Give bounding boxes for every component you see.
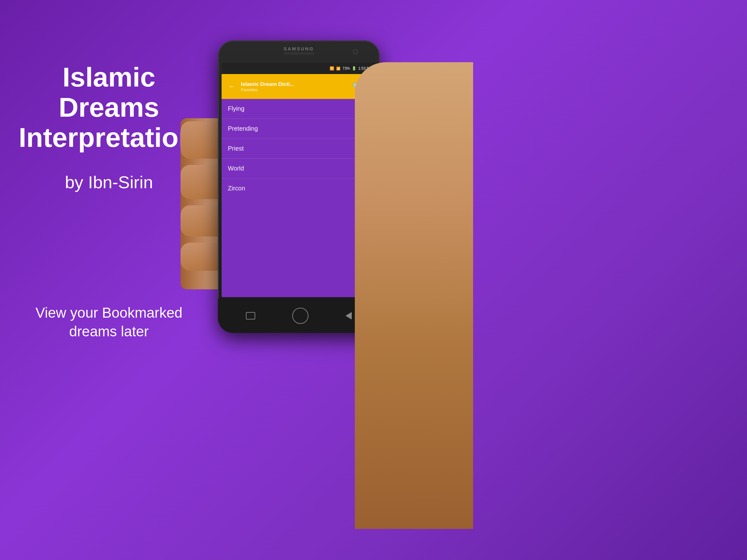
- nav-home-button[interactable]: [292, 308, 308, 324]
- speaker-grille: [283, 52, 314, 55]
- camera-dot: [353, 49, 358, 54]
- battery-percent: 73%: [342, 66, 350, 71]
- toolbar-app-name: Islamic Dream Dicti...: [241, 81, 349, 87]
- nav-recents-button[interactable]: [246, 312, 255, 320]
- list-item[interactable]: Flying: [222, 99, 376, 119]
- signal-icon: 📶: [336, 66, 340, 71]
- list-item[interactable]: Zircon: [222, 179, 376, 198]
- status-bar: 🛜 📶 73% 🔋 1:53 PM: [222, 63, 376, 74]
- tagline: View your Bookmarked dreams later: [19, 304, 199, 341]
- battery-icon: 🔋: [352, 66, 356, 71]
- toolbar-title-area: Islamic Dream Dicti... Favorites: [241, 81, 349, 92]
- samsung-brand: SAMSUNG: [284, 46, 314, 51]
- toolbar-subtitle: Favorites: [241, 87, 349, 92]
- wifi-icon: 🛜: [330, 66, 334, 71]
- list-item[interactable]: Pretending: [222, 119, 376, 139]
- nav-back-button[interactable]: [345, 312, 352, 320]
- author-subtitle: by Ibn-Sirin View your Bookmarked dreams…: [19, 171, 199, 341]
- list-item[interactable]: Priest: [222, 139, 376, 159]
- main-title: Islamic Dreams Interpretations: [19, 62, 199, 153]
- author-line: by Ibn-Sirin: [65, 172, 153, 192]
- title-line1: Islamic Dreams: [59, 61, 159, 123]
- left-panel: Islamic Dreams Interpretations by Ibn-Si…: [19, 62, 199, 341]
- list-item[interactable]: World: [222, 159, 376, 179]
- back-button[interactable]: ←: [226, 81, 238, 92]
- dream-list: Flying Pretending Priest World Zircon: [222, 99, 376, 198]
- app-toolbar: ← Islamic Dream Dicti... Favorites 🔍 ⋮: [222, 74, 376, 99]
